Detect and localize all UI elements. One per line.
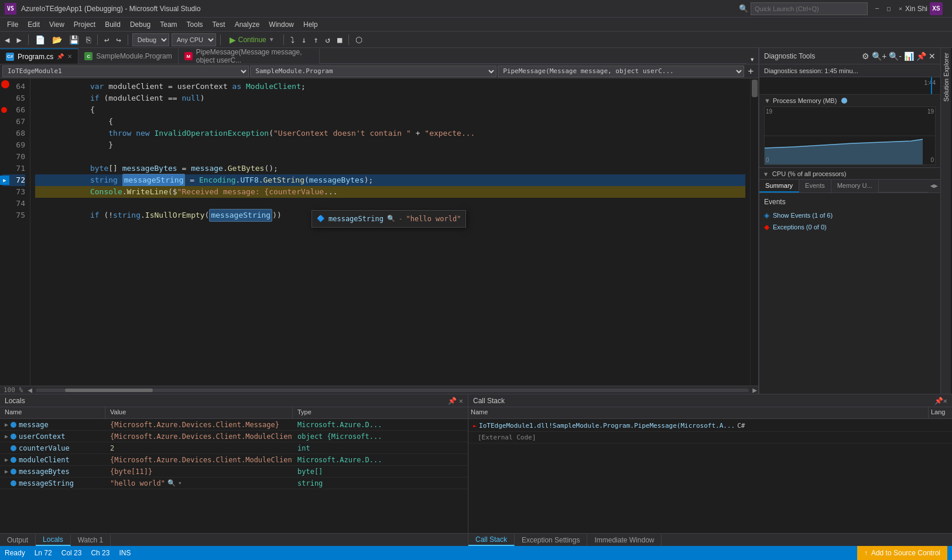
hscroll-track[interactable] (36, 389, 749, 392)
locals-panel: Locals 📌 ✕ Name Value Type ▶ message {Mi… (0, 394, 468, 546)
menu-test[interactable]: Test (208, 19, 230, 30)
tab-exception-settings[interactable]: Exception Settings (515, 534, 587, 546)
locals-row-message[interactable]: ▶ message {Microsoft.Azure.Devices.Clien… (0, 419, 468, 431)
tab-scroll-btn[interactable]: ▾ (746, 54, 758, 64)
menu-build[interactable]: Build (100, 19, 125, 30)
current-line-marker: ▶ (0, 176, 9, 185)
locals-row-messagestring[interactable]: ▶ messageString "hello world" 🔍 ▾ string (0, 477, 468, 489)
event-label-1[interactable]: Exceptions (0 of 0) (773, 224, 827, 231)
step-over-btn[interactable]: ⤵ (288, 34, 297, 46)
fwd-btn[interactable]: ▶ (14, 34, 23, 46)
locals-close-btn[interactable]: ✕ (459, 397, 463, 405)
zoom-increase[interactable]: ▶ (751, 386, 758, 394)
close-tab-program[interactable]: ✕ (67, 53, 72, 60)
tab-bar: C# Program.cs 📌 ✕ C SampleModule.Program… (0, 48, 758, 64)
tab-output[interactable]: Output (0, 534, 36, 546)
locals-pin-btn[interactable]: 📌 (448, 397, 457, 405)
scroll-tabs-btn[interactable]: ◀▶ (928, 180, 940, 193)
menu-file[interactable]: File (2, 19, 23, 30)
breakpoints-btn[interactable]: ⬡ (353, 34, 365, 46)
open-btn[interactable]: 📂 (50, 34, 64, 46)
nav-add-btn[interactable]: + (745, 64, 756, 78)
tab-samplemodule[interactable]: C SampleModule.Program (78, 49, 178, 64)
zoom-decrease[interactable]: ◀ (26, 386, 33, 394)
ln-66: 66 (2, 104, 25, 116)
add-source-control-button[interactable]: ↑ Add to Source Control (857, 546, 947, 560)
collapse-memory-btn[interactable]: ▼ (764, 97, 770, 104)
continue-button[interactable]: ▶ Continue ▼ (225, 34, 279, 46)
stop-btn[interactable]: ■ (335, 34, 344, 46)
timeline-marker (931, 77, 932, 94)
value-search-icon[interactable]: 🔍 (167, 479, 176, 487)
value-dropdown-icon[interactable]: ▾ (178, 479, 182, 487)
back-btn[interactable]: ◀ (2, 34, 12, 46)
tab-watch1[interactable]: Watch 1 (71, 534, 111, 546)
locals-row-usercontext[interactable]: ▶ userContext {Microsoft.Azure.Devices.C… (0, 431, 468, 442)
callstack-pin-btn[interactable]: 📌 (934, 397, 943, 405)
diag-zoom-in-icon[interactable]: 🔍+ (872, 51, 886, 61)
diag-pin-icon[interactable]: 📌 (916, 51, 926, 61)
step-out-btn[interactable]: ↑ (311, 34, 320, 46)
method-dropdown[interactable]: PipeMessage(Message message, object user… (498, 66, 744, 77)
tab-memory[interactable]: Memory U... (831, 180, 879, 193)
memory-chart[interactable]: 19 19 0 0 (764, 106, 936, 165)
step-into-btn[interactable]: ↓ (299, 34, 309, 46)
menu-tools[interactable]: Tools (182, 19, 208, 30)
diag-chart-icon[interactable]: 📊 (904, 51, 914, 61)
timeline-marker-label: 1:44 (924, 80, 936, 86)
datatip-search-icon[interactable]: 🔍 (387, 213, 395, 225)
code-content[interactable]: var moduleClient = userContext as Module… (30, 78, 750, 386)
new-file-btn[interactable]: 📄 (33, 34, 47, 46)
restart-btn[interactable]: ↺ (323, 34, 333, 46)
quick-launch-input[interactable] (751, 2, 868, 15)
event-label-0[interactable]: Show Events (1 of 6) (773, 212, 833, 219)
callstack-content: Name Lang ► IoTEdgeModule1.dll!SampleMod… (468, 407, 952, 533)
menu-help[interactable]: Help (299, 19, 323, 30)
locals-row-moduleclient[interactable]: ▶ moduleClient {Microsoft.Azure.Devices.… (0, 454, 468, 466)
class-dropdown[interactable]: SampleModule.Program (250, 66, 496, 77)
tab-pipemessage[interactable]: M PipeMessage(Message message, object us… (179, 49, 320, 64)
restore-button[interactable]: □ (884, 4, 893, 13)
menu-project[interactable]: Project (69, 19, 100, 30)
tab-callstack[interactable]: Call Stack (468, 534, 515, 546)
callstack-close-btn[interactable]: ✕ (943, 397, 947, 405)
debug-mode-dropdown[interactable]: Debug (132, 33, 169, 46)
tab-program-cs[interactable]: C# Program.cs 📌 ✕ (0, 49, 78, 64)
diag-zoom-out-icon[interactable]: 🔍- (889, 51, 902, 61)
icon-moduleclient (11, 457, 16, 463)
redo-btn[interactable]: ↪ (114, 34, 123, 46)
search-icon: 🔍 (739, 4, 748, 13)
undo-btn[interactable]: ↩ (102, 34, 111, 46)
collapse-cpu-btn[interactable]: ▼ (764, 171, 768, 177)
cs-frame-1: [External Code] (473, 432, 540, 442)
module-dropdown[interactable]: IoTEdgeModule1 (2, 66, 249, 77)
close-button[interactable]: ✕ (896, 4, 905, 13)
pin-icon[interactable]: 📌 (57, 53, 64, 60)
diag-settings-icon[interactable]: ⚙ (862, 51, 869, 61)
save-btn[interactable]: 💾 (67, 34, 81, 46)
menu-analyze[interactable]: Analyze (230, 19, 265, 30)
hscroll-thumb[interactable] (65, 389, 153, 392)
save-all-btn[interactable]: ⎘ (84, 34, 93, 46)
cs-lang-0: C# (737, 422, 761, 430)
menu-edit[interactable]: Edit (23, 19, 44, 30)
locals-row-messagebytes[interactable]: ▶ messageBytes {byte[11]} byte[] (0, 466, 468, 477)
tab-locals[interactable]: Locals (36, 534, 71, 546)
menu-bar: File Edit View Project Build Debug Team … (0, 18, 952, 32)
locals-row-countervalue[interactable]: ▶ counterValue 2 int (0, 442, 468, 454)
menu-team[interactable]: Team (155, 19, 182, 30)
editor-vscrollbar[interactable] (750, 78, 758, 386)
diag-close-icon[interactable]: ✕ (929, 51, 936, 61)
menu-view[interactable]: View (44, 19, 69, 30)
solution-explorer-tab[interactable]: Solution Explorer (941, 50, 951, 104)
timeline-area[interactable]: 1:44 (759, 77, 940, 95)
tab-events[interactable]: Events (799, 180, 831, 193)
tab-immediate-window[interactable]: Immediate Window (587, 534, 662, 546)
tab-summary[interactable]: Summary (759, 180, 799, 193)
minimize-button[interactable]: ─ (872, 4, 882, 13)
menu-debug[interactable]: Debug (125, 19, 155, 30)
cs-row-0[interactable]: ► IoTEdgeModule1.dll!SampleModule.Progra… (468, 420, 952, 432)
vscroll-thumb[interactable] (752, 80, 758, 97)
cpu-dropdown[interactable]: Any CPU (172, 33, 216, 46)
menu-window[interactable]: Window (264, 19, 299, 30)
